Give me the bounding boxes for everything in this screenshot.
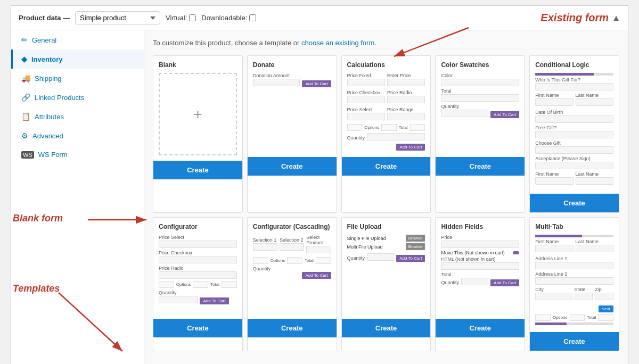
template-title-multi-tab: Multi-Tab xyxy=(535,223,613,230)
sidebar-item-ws-form[interactable]: WS WS Form xyxy=(11,145,144,164)
template-preview-multi-tab: Multi-Tab First Name Last Name Address L… xyxy=(530,218,619,332)
template-preview-file-upload: File Upload Single File Upload Browse Mu… xyxy=(342,218,431,319)
create-btn-configurator[interactable]: Create xyxy=(153,319,242,337)
product-data-label: Product data — xyxy=(19,14,70,22)
color-add-to-cart-mini: Add To Cart xyxy=(490,111,519,118)
plus-icon: + xyxy=(193,106,202,123)
product-type-select[interactable]: Simple product xyxy=(75,11,160,24)
blank-dashed-area: + xyxy=(159,73,237,155)
template-title-file-upload: File Upload xyxy=(347,223,425,230)
template-preview-configurator-cascading: Configurator (Cascading) Selection 1 Sel… xyxy=(248,218,337,319)
template-preview-configurator: Configurator Price Select Price Checkbox… xyxy=(153,218,242,319)
template-card-file-upload: File Upload Single File Upload Browse Mu… xyxy=(341,217,431,351)
create-btn-blank[interactable]: Create xyxy=(153,161,242,179)
create-btn-hidden-fields[interactable]: Create xyxy=(436,319,525,337)
template-title-conditional-logic: Conditional Logic xyxy=(535,61,613,69)
sidebar-label-shipping: Shipping xyxy=(35,75,62,82)
sidebar-item-shipping[interactable]: 🚚 Shipping xyxy=(11,69,144,88)
content-area: To customize this product, choose a temp… xyxy=(144,30,628,364)
template-preview-hidden-fields: Hidden Fields Price Move This (Not shown… xyxy=(436,218,525,319)
template-title-color-swatches: Color Swatches xyxy=(441,61,519,69)
sidebar-label-linked-products: Linked Products xyxy=(35,94,84,102)
sidebar-label-inventory: Inventory xyxy=(31,55,63,63)
product-data-header: Product data — Simple product Virtual: D… xyxy=(11,6,628,30)
create-btn-calculations[interactable]: Create xyxy=(342,157,431,176)
template-title-blank: Blank xyxy=(159,61,237,69)
template-title-configurator-cascading: Configurator (Cascading) xyxy=(253,223,331,230)
template-card-calculations: Calculations Price Fixed Enter Price Pri… xyxy=(341,55,431,213)
template-preview-conditional-logic: Conditional Logic Who Is This Gift For? … xyxy=(530,56,619,194)
inventory-icon: ◆ xyxy=(21,55,27,63)
advanced-icon: ⚙ xyxy=(21,131,28,140)
template-card-multi-tab: Multi-Tab First Name Last Name Address L… xyxy=(529,217,619,351)
templates-row-2: Configurator Price Select Price Checkbox… xyxy=(153,217,619,351)
virtual-checkbox-group: Virtual: xyxy=(166,14,196,22)
virtual-label: Virtual: xyxy=(166,14,187,22)
downloadable-label: Downloadable: xyxy=(201,14,247,22)
header-right: Existing form ▲ xyxy=(540,12,620,24)
templates-row-1: Blank + Create Donate Donation Amount xyxy=(153,55,619,213)
create-btn-file-upload[interactable]: Create xyxy=(342,319,431,337)
donate-add-to-cart-mini: Add To Cart xyxy=(302,80,331,87)
file-add-to-cart-mini: Add To Cart xyxy=(396,255,425,262)
create-btn-conditional-logic[interactable]: Create xyxy=(530,194,619,212)
template-card-donate: Donate Donation Amount Add To Cart Creat… xyxy=(247,55,337,213)
donate-amount-label: Donation Amount xyxy=(253,73,331,78)
virtual-checkbox[interactable] xyxy=(189,14,196,21)
sidebar-item-inventory[interactable]: ◆ Inventory xyxy=(11,49,144,69)
template-preview-blank: Blank + xyxy=(153,56,242,161)
template-card-configurator-cascading: Configurator (Cascading) Selection 1 Sel… xyxy=(247,217,337,351)
collapse-button[interactable]: ▲ xyxy=(612,13,620,23)
hidden-add-to-cart-mini: Add To Cart xyxy=(490,279,519,286)
main-layout: ✏ General ◆ Inventory 🚚 Shipping 🔗 Linke… xyxy=(11,30,628,364)
create-btn-color-swatches[interactable]: Create xyxy=(436,157,525,176)
sidebar-label-ws-form: WS Form xyxy=(38,151,68,159)
config-add-to-cart-mini: Add To Cart xyxy=(200,297,228,304)
template-card-hidden-fields: Hidden Fields Price Move This (Not shown… xyxy=(435,217,525,351)
create-btn-multi-tab[interactable]: Create xyxy=(530,332,619,351)
choose-existing-form-link[interactable]: choose an existing form. xyxy=(301,39,376,47)
template-title-calculations: Calculations xyxy=(347,61,425,69)
sidebar: ✏ General ◆ Inventory 🚚 Shipping 🔗 Linke… xyxy=(11,30,144,364)
sidebar-label-advanced: Advanced xyxy=(32,132,63,140)
template-card-configurator: Configurator Price Select Price Checkbox… xyxy=(153,217,243,351)
shipping-icon: 🚚 xyxy=(21,74,30,82)
linked-products-icon: 🔗 xyxy=(21,93,30,102)
template-preview-donate: Donate Donation Amount Add To Cart xyxy=(248,56,337,157)
cascading-add-to-cart-mini: Add To Cart xyxy=(302,272,331,279)
create-btn-donate[interactable]: Create xyxy=(248,157,337,176)
sidebar-label-attributes: Attributes xyxy=(35,113,64,121)
template-title-hidden-fields: Hidden Fields xyxy=(441,223,519,230)
template-card-blank: Blank + Create xyxy=(153,55,243,213)
downloadable-checkbox-group: Downloadable: xyxy=(201,14,256,22)
sidebar-item-advanced[interactable]: ⚙ Advanced xyxy=(11,126,144,145)
multi-next-mini: Next xyxy=(599,305,613,312)
sidebar-label-general: General xyxy=(32,36,56,44)
template-card-color-swatches: Color Swatches Color Total Quantity Add … xyxy=(435,55,525,213)
ws-form-icon: WS xyxy=(21,151,34,159)
single-browse-btn: Browse xyxy=(406,235,425,242)
attributes-icon: 📋 xyxy=(21,112,30,121)
template-title-configurator: Configurator xyxy=(159,223,237,230)
downloadable-checkbox[interactable] xyxy=(249,14,256,21)
calc-add-to-cart-mini: Add To Cart xyxy=(396,144,425,151)
general-icon: ✏ xyxy=(21,36,28,44)
template-card-conditional-logic: Conditional Logic Who Is This Gift For? … xyxy=(529,55,619,213)
template-title-donate: Donate xyxy=(253,61,331,69)
sidebar-item-attributes[interactable]: 📋 Attributes xyxy=(11,107,144,126)
create-btn-configurator-cascading[interactable]: Create xyxy=(248,319,337,337)
choose-text: To customize this product, choose a temp… xyxy=(153,39,619,47)
multi-browse-btn: Browse xyxy=(406,243,425,250)
template-preview-calculations: Calculations Price Fixed Enter Price Pri… xyxy=(342,56,431,157)
existing-form-annotation: Existing form xyxy=(540,12,609,24)
template-preview-color-swatches: Color Swatches Color Total Quantity Add … xyxy=(436,56,525,157)
sidebar-item-general[interactable]: ✏ General xyxy=(11,30,144,49)
sidebar-item-linked-products[interactable]: 🔗 Linked Products xyxy=(11,88,144,107)
